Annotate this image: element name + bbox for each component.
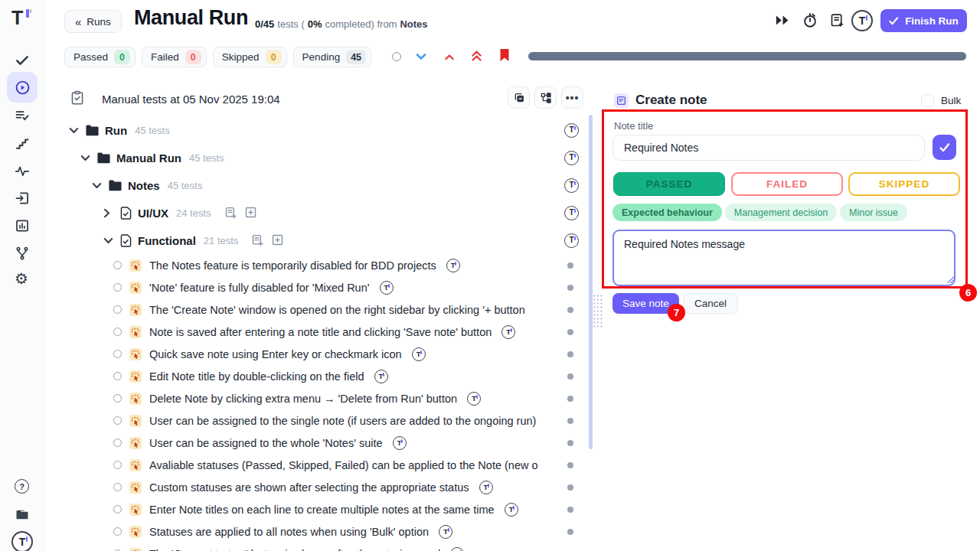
suite-testomat-icon[interactable]: T — [564, 233, 579, 248]
timer-icon[interactable] — [802, 11, 818, 29]
test-status-radio[interactable] — [113, 505, 122, 514]
suite-label[interactable]: UI/UX — [138, 207, 168, 220]
test-title[interactable]: The 'Convert to test' button is shown af… — [149, 548, 440, 551]
finish-run-button[interactable]: Finish Run — [880, 9, 967, 32]
bulk-checkbox[interactable] — [921, 94, 934, 107]
test-testomat-icon[interactable]: T — [412, 347, 426, 361]
test-pending-dot[interactable] — [567, 462, 573, 468]
test-testomat-icon[interactable]: T — [380, 281, 394, 295]
test-title[interactable]: Avaliable statuses (Passed, Skipped, Fai… — [149, 459, 538, 471]
activity-nav-icon[interactable] — [15, 163, 30, 178]
test-testomat-icon[interactable]: T — [374, 370, 388, 383]
test-title[interactable]: User can be assigned to the single note … — [149, 415, 536, 427]
test-row[interactable]: Custom statuses are shown after selectin… — [64, 476, 582, 498]
panel-splitter-handle[interactable] — [593, 294, 603, 329]
more-options-button[interactable]: ••• — [561, 86, 583, 109]
test-plans-nav-icon[interactable] — [15, 108, 30, 123]
test-title[interactable]: Quick save note using Enter key or check… — [149, 348, 402, 360]
tag-management-decision[interactable]: Management decision — [725, 204, 837, 221]
test-testomat-icon[interactable]: T — [479, 481, 493, 494]
test-status-radio[interactable] — [113, 328, 122, 336]
test-title[interactable]: Statuses are applied to all notes when u… — [149, 526, 429, 538]
test-status-radio[interactable] — [113, 461, 122, 469]
test-pending-dot[interactable] — [567, 373, 573, 380]
test-title[interactable]: Note is saved after entering a note titl… — [149, 326, 492, 338]
test-pending-dot[interactable] — [567, 351, 573, 357]
help-icon[interactable]: ? — [15, 479, 29, 494]
chevron-right-icon[interactable] — [103, 208, 113, 218]
test-status-radio[interactable] — [113, 350, 122, 358]
test-pending-dot[interactable] — [567, 307, 573, 313]
test-row[interactable]: Avaliable statuses (Passed, Skipped, Fai… — [64, 454, 582, 476]
test-testomat-icon[interactable]: T — [467, 392, 481, 406]
test-row[interactable]: Delete Note by clicking extra menu → 'De… — [64, 387, 582, 409]
filter-failed[interactable]: Failed 0 — [142, 47, 207, 67]
suite-row[interactable]: Manual Run 45 tests T — [64, 144, 582, 171]
test-testomat-icon[interactable]: T — [501, 325, 515, 339]
note-message-textarea[interactable]: Required Notes message — [612, 230, 956, 286]
bookmark-flag-icon[interactable] — [499, 48, 510, 62]
filter-passed[interactable]: Passed 0 — [64, 47, 136, 67]
test-row[interactable]: Edit Note title by double-clicking on th… — [64, 365, 582, 387]
suite-testomat-icon[interactable]: T — [564, 178, 579, 193]
suite-label[interactable]: Run — [105, 124, 127, 137]
suite-testomat-icon[interactable]: T — [564, 151, 579, 165]
suite-row[interactable]: Run 45 tests T — [64, 116, 582, 144]
cancel-button[interactable]: Cancel — [683, 293, 738, 314]
test-pending-dot[interactable] — [567, 418, 573, 424]
add-note-icon[interactable] — [225, 207, 237, 219]
tree-scrollbar[interactable] — [589, 115, 593, 449]
test-row[interactable]: Quick save note using Enter key or check… — [64, 343, 582, 365]
bulk-toggle[interactable]: Bulk — [921, 94, 961, 107]
tag-minor-issue[interactable]: Minor issue — [840, 204, 907, 221]
copy-collapse-button[interactable] — [508, 86, 530, 109]
suite-row[interactable]: Notes 45 tests T — [64, 171, 582, 199]
status-passed-button[interactable]: PASSED — [613, 172, 725, 196]
test-row[interactable]: 'Note' feature is fully disabled for 'Mi… — [64, 276, 582, 298]
import-nav-icon[interactable] — [15, 191, 30, 206]
suite-label[interactable]: Notes — [128, 179, 160, 192]
fast-forward-icon[interactable] — [776, 15, 790, 26]
add-test-icon[interactable] — [245, 207, 256, 219]
test-row[interactable]: The 'Create Note' window is opened on th… — [64, 298, 582, 321]
filter-pending[interactable]: Pending 45 — [293, 47, 371, 67]
test-status-radio[interactable] — [113, 483, 122, 491]
chevron-down-icon[interactable] — [69, 127, 79, 134]
suite-testomat-icon[interactable]: T — [564, 123, 579, 138]
test-status-radio[interactable] — [113, 439, 122, 447]
suite-row[interactable]: Functional 21 tests T — [64, 227, 582, 254]
note-title-input[interactable] — [612, 135, 925, 161]
test-title[interactable]: Edit Note title by double-clicking on th… — [149, 370, 364, 383]
test-pending-dot[interactable] — [567, 440, 573, 446]
projects-folder-icon[interactable] — [15, 507, 30, 522]
test-pending-dot[interactable] — [567, 329, 573, 335]
test-pending-dot[interactable] — [567, 529, 573, 535]
status-failed-button[interactable]: FAILED — [731, 172, 843, 196]
tree-view-button[interactable] — [534, 86, 557, 109]
add-note-icon[interactable] — [829, 12, 845, 28]
suite-testomat-icon[interactable]: T — [564, 206, 579, 220]
test-testomat-icon[interactable]: T — [439, 525, 452, 539]
branches-nav-icon[interactable] — [15, 246, 30, 261]
test-row[interactable]: The Notes feature is temporarily disable… — [64, 254, 582, 276]
test-testomat-icon[interactable]: T — [393, 436, 407, 450]
test-title[interactable]: Enter Note titles on each line to create… — [149, 504, 495, 516]
pending-circle-icon[interactable] — [392, 52, 401, 61]
test-status-radio[interactable] — [113, 283, 122, 292]
testomat-run-icon[interactable]: T — [851, 10, 873, 31]
testomat-logo[interactable]: T — [11, 7, 34, 30]
test-pending-dot[interactable] — [567, 507, 573, 513]
chevron-down-filter-icon[interactable] — [416, 53, 426, 61]
test-pending-dot[interactable] — [567, 285, 573, 291]
chevron-down-icon[interactable] — [80, 155, 90, 161]
runs-nav-icon[interactable] — [7, 72, 38, 103]
testomat-badge-icon[interactable]: T — [11, 531, 33, 551]
test-row[interactable]: User can be assigned to the whole 'Notes… — [64, 432, 582, 454]
test-testomat-icon[interactable]: T — [505, 503, 518, 517]
test-testomat-icon[interactable]: T — [446, 259, 460, 272]
test-title[interactable]: 'Note' feature is fully disabled for 'Mi… — [149, 282, 370, 294]
reports-nav-icon[interactable] — [15, 218, 30, 233]
test-title[interactable]: The Notes feature is temporarily disable… — [149, 259, 436, 272]
test-row[interactable]: Enter Note titles on each line to create… — [64, 498, 582, 520]
quick-save-check-button[interactable] — [933, 135, 956, 160]
